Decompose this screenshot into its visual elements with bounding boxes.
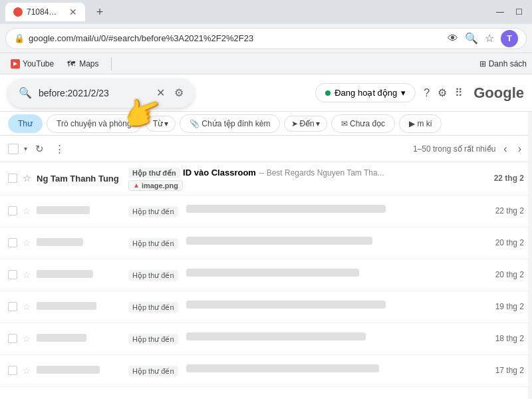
select-all-checkbox[interactable] bbox=[8, 144, 19, 154]
search-address-icon[interactable]: 🔍 bbox=[465, 32, 478, 45]
address-bar-row: 🔒 google.com/mail/u/0/#search/before%3A2… bbox=[0, 24, 532, 53]
tab-more-label: ▶ m ki bbox=[409, 119, 432, 128]
scrollbar[interactable] bbox=[528, 112, 532, 399]
inbox-badge: Hộp thư đến bbox=[128, 302, 178, 313]
star-icon[interactable]: ☆ bbox=[23, 269, 31, 280]
sender-name bbox=[37, 206, 123, 216]
tab-dinh-kem-icon: 📎 bbox=[190, 119, 200, 128]
tab-thu-label: Thư bbox=[18, 119, 33, 128]
minimize-button[interactable]: — bbox=[492, 4, 508, 20]
email-list: ☆ Ng Tam Thanh Tung Hộp thư đến ID vào C… bbox=[0, 162, 532, 387]
tab-dinh-kem[interactable]: 📎 Chứa tệp đính kèm bbox=[180, 114, 280, 133]
tab-den-label: Đến bbox=[299, 119, 314, 128]
bookmark-youtube[interactable]: ▶ YouTube bbox=[5, 58, 59, 70]
tab-chua-doc[interactable]: ✉ Chưa đọc bbox=[331, 114, 395, 133]
table-row[interactable]: ☆ Hộp thư đến 19 thg 2 bbox=[0, 291, 532, 323]
email-checkbox[interactable] bbox=[8, 366, 17, 375]
star-icon[interactable]: ☆ bbox=[23, 333, 31, 344]
email-checkbox[interactable] bbox=[8, 238, 17, 247]
page-info: 1–50 trong số rất nhiều bbox=[413, 144, 495, 154]
email-content: Hộp thư đến bbox=[128, 332, 482, 344]
star-icon[interactable]: ☆ bbox=[23, 365, 31, 376]
danh-sach-label: Danh sách bbox=[489, 59, 527, 68]
email-preview: -- Best Regards Nguyen Tam Tha... bbox=[259, 168, 384, 178]
maximize-button[interactable]: ☐ bbox=[511, 4, 527, 20]
email-toolbar: ▾ ↻ ⋮ 1–50 trong số rất nhiều ‹ › bbox=[0, 136, 532, 162]
refresh-icon[interactable]: ↻ bbox=[33, 140, 47, 158]
danh-sach-button[interactable]: ⊞ Danh sách bbox=[479, 59, 527, 68]
sender-name bbox=[37, 334, 123, 344]
status-dropdown-icon: ▾ bbox=[401, 88, 406, 98]
table-row[interactable]: ☆ Hộp thư đến 18 thg 2 bbox=[0, 323, 532, 355]
tab-chua-doc-label: Chưa đọc bbox=[350, 119, 385, 128]
bookmark-maps[interactable]: 🗺 Maps bbox=[62, 58, 104, 70]
next-page-button[interactable]: › bbox=[515, 140, 524, 158]
gmail-topbar-right: Đang hoạt động ▾ ? ⚙ ⠿ Google bbox=[315, 83, 524, 102]
email-date: 18 thg 2 bbox=[487, 334, 524, 343]
email-checkbox[interactable] bbox=[8, 270, 17, 279]
gmail-search-box[interactable]: 🔍 before:2021/2/23 ✕ ⚙ bbox=[8, 78, 194, 108]
more-options-icon[interactable]: ⋮ bbox=[52, 140, 67, 158]
inbox-badge: Hộp thư đến bbox=[128, 366, 178, 376]
bookmark-separator bbox=[111, 57, 112, 70]
status-dot bbox=[325, 90, 331, 96]
address-bar[interactable]: 🔒 google.com/mail/u/0/#search/before%3A2… bbox=[5, 28, 527, 49]
browser-tab[interactable]: 71084… ✕ bbox=[5, 3, 85, 21]
attachment-name: image.png bbox=[142, 182, 178, 190]
email-date: 20 thg 2 bbox=[487, 238, 524, 247]
star-icon[interactable]: ☆ bbox=[23, 237, 31, 248]
email-date: 17 thg 2 bbox=[487, 366, 524, 375]
email-content: Hộp thư đến bbox=[128, 269, 482, 281]
status-label: Đang hoạt động bbox=[334, 88, 397, 98]
maps-label: Maps bbox=[79, 59, 98, 68]
sender-name bbox=[37, 302, 123, 312]
table-row[interactable]: ☆ Hộp thư đến 22 thg 2 bbox=[0, 196, 532, 227]
apps-icon[interactable]: ⠿ bbox=[455, 86, 463, 99]
bookmark-star-icon[interactable]: ☆ bbox=[485, 32, 494, 45]
bookmarks-bar: ▶ YouTube 🗺 Maps ⊞ Danh sách bbox=[0, 53, 532, 74]
tab-dinh-kem-label: Chứa tệp đính kèm bbox=[201, 119, 270, 128]
attachment-icon: ▲ bbox=[133, 182, 140, 189]
new-tab-button[interactable]: + bbox=[90, 3, 109, 21]
table-row[interactable]: ☆ Ng Tam Thanh Tung Hộp thư đến ID vào C… bbox=[0, 162, 532, 196]
window-controls: — ☐ bbox=[492, 4, 527, 20]
tab-more[interactable]: ▶ m ki bbox=[399, 114, 442, 133]
search-icon: 🔍 bbox=[19, 86, 32, 99]
table-row[interactable]: ☆ Hộp thư đến 17 thg 2 bbox=[0, 355, 532, 387]
gmail-area: 🔍 before:2021/2/23 ✕ ⚙ 👉 Đang hoạt động … bbox=[0, 74, 532, 399]
email-checkbox[interactable] bbox=[8, 334, 17, 343]
tab-thu[interactable]: Thư bbox=[8, 114, 43, 133]
table-row[interactable]: ☆ Hộp thư đến 20 thg 2 bbox=[0, 227, 532, 259]
tab-title: 71084… bbox=[27, 7, 57, 17]
prev-page-button[interactable]: ‹ bbox=[501, 140, 509, 158]
maps-icon: 🗺 bbox=[67, 59, 76, 68]
profile-avatar[interactable]: T bbox=[501, 30, 518, 47]
star-icon[interactable]: ☆ bbox=[23, 301, 31, 312]
tab-den[interactable]: ➤ Đến ▾ bbox=[284, 116, 327, 132]
tab-tro-chuyen-label: Trò chuyện và phòng bbox=[57, 119, 132, 128]
email-subject: ID vào Classroom bbox=[183, 168, 256, 178]
youtube-icon: ▶ bbox=[11, 59, 20, 68]
email-checkbox[interactable] bbox=[8, 206, 17, 215]
browser-titlebar: 71084… ✕ + — ☐ bbox=[0, 0, 532, 24]
youtube-label: YouTube bbox=[23, 59, 54, 68]
email-date: 22 thg 2 bbox=[487, 174, 524, 183]
grid-icon: ⊞ bbox=[479, 59, 486, 68]
status-button[interactable]: Đang hoạt động ▾ bbox=[315, 83, 416, 102]
select-dropdown-icon[interactable]: ▾ bbox=[24, 145, 27, 152]
help-icon[interactable]: ? bbox=[424, 87, 430, 99]
inbox-badge: Hộp thư đến bbox=[128, 206, 178, 217]
sender-name: Ng Tam Thanh Tung bbox=[37, 174, 123, 184]
table-row[interactable]: ☆ Hộp thư đến 20 thg 2 bbox=[0, 259, 532, 291]
sender-name bbox=[37, 366, 123, 376]
inbox-badge: Hộp thư đến bbox=[128, 168, 180, 178]
star-icon[interactable]: ☆ bbox=[23, 205, 31, 216]
email-checkbox[interactable] bbox=[8, 174, 17, 183]
tab-close-button[interactable]: ✕ bbox=[69, 7, 77, 17]
search-filter-button[interactable]: ⚙ bbox=[174, 86, 184, 99]
email-date: 22 thg 2 bbox=[487, 206, 524, 215]
star-icon[interactable]: ☆ bbox=[23, 173, 31, 184]
settings-icon[interactable]: ⚙ bbox=[438, 86, 447, 99]
email-checkbox[interactable] bbox=[8, 302, 17, 311]
eye-icon[interactable]: 👁 bbox=[448, 33, 458, 45]
